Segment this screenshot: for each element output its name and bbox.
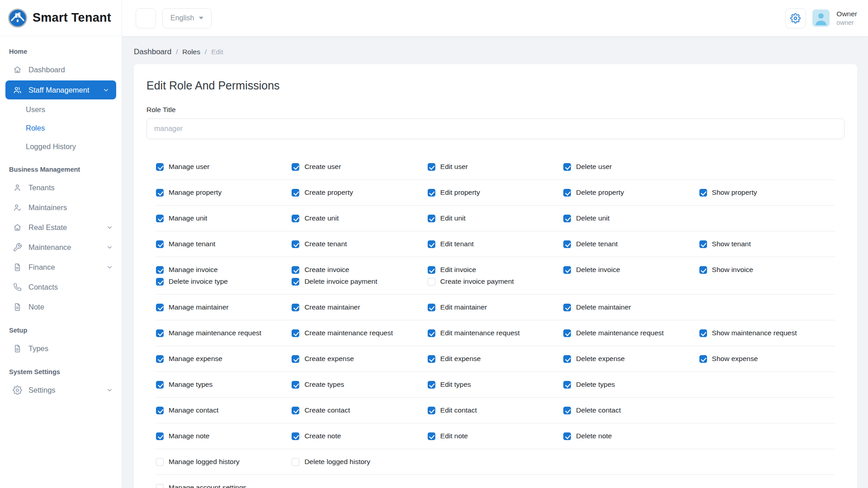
permission-delete-expense[interactable]: Delete expense: [563, 355, 699, 363]
permission-delete-invoice-type[interactable]: Delete invoice type: [156, 277, 292, 286]
checkbox-checked-icon[interactable]: [292, 215, 299, 222]
permission-delete-maintenance-request[interactable]: Delete maintenance request: [563, 329, 699, 337]
checkbox-unchecked-icon[interactable]: [156, 458, 164, 466]
permission-manage-invoice[interactable]: Manage invoice: [156, 266, 292, 274]
permission-show-expense[interactable]: Show expense: [699, 355, 835, 363]
permission-create-property[interactable]: Create property: [292, 188, 427, 197]
user-avatar[interactable]: [812, 9, 830, 27]
checkbox-checked-icon[interactable]: [428, 215, 435, 222]
permission-delete-user[interactable]: Delete user: [563, 163, 699, 171]
checkbox-checked-icon[interactable]: [292, 189, 299, 197]
checkbox-checked-icon[interactable]: [428, 266, 435, 274]
permission-delete-maintainer[interactable]: Delete maintainer: [563, 303, 699, 311]
checkbox-checked-icon[interactable]: [156, 266, 164, 274]
permission-show-maintenance-request[interactable]: Show maintenance request: [699, 329, 835, 337]
checkbox-checked-icon[interactable]: [428, 163, 435, 171]
checkbox-checked-icon[interactable]: [292, 432, 299, 440]
permission-manage-maintenance-request[interactable]: Manage maintenance request: [156, 329, 292, 337]
checkbox-checked-icon[interactable]: [699, 329, 707, 337]
permission-edit-note[interactable]: Edit note: [428, 432, 563, 440]
permission-manage-logged-history[interactable]: Manage logged history: [156, 458, 292, 466]
permission-manage-unit[interactable]: Manage unit: [156, 214, 292, 222]
checkbox-checked-icon[interactable]: [563, 381, 571, 389]
permission-delete-logged-history[interactable]: Delete logged history: [292, 458, 427, 466]
checkbox-checked-icon[interactable]: [563, 215, 571, 222]
sidebar-toggle-button[interactable]: [136, 8, 156, 28]
checkbox-checked-icon[interactable]: [563, 266, 571, 274]
checkbox-checked-icon[interactable]: [428, 432, 435, 440]
permission-create-maintenance-request[interactable]: Create maintenance request: [292, 329, 427, 337]
checkbox-unchecked-icon[interactable]: [156, 484, 164, 488]
checkbox-checked-icon[interactable]: [563, 189, 571, 197]
permission-edit-property[interactable]: Edit property: [428, 188, 563, 197]
checkbox-checked-icon[interactable]: [428, 304, 435, 311]
checkbox-checked-icon[interactable]: [156, 407, 164, 414]
checkbox-checked-icon[interactable]: [292, 278, 299, 286]
permission-delete-tenant[interactable]: Delete tenant: [563, 240, 699, 248]
sidebar-item-finance[interactable]: Finance: [0, 257, 122, 277]
checkbox-checked-icon[interactable]: [156, 189, 164, 197]
checkbox-checked-icon[interactable]: [156, 355, 164, 363]
checkbox-checked-icon[interactable]: [428, 240, 435, 248]
permission-create-user[interactable]: Create user: [292, 163, 427, 171]
checkbox-checked-icon[interactable]: [156, 432, 164, 440]
sidebar-subitem-users[interactable]: Users: [0, 100, 122, 119]
checkbox-checked-icon[interactable]: [428, 407, 435, 414]
permission-create-contact[interactable]: Create contact: [292, 406, 427, 414]
sidebar-item-dashboard[interactable]: Dashboard: [0, 60, 122, 80]
sidebar-item-maintenance[interactable]: Maintenance: [0, 237, 122, 257]
checkbox-checked-icon[interactable]: [156, 381, 164, 389]
permission-edit-maintenance-request[interactable]: Edit maintenance request: [428, 329, 563, 337]
user-menu[interactable]: Owner owner: [836, 9, 857, 27]
permission-manage-expense[interactable]: Manage expense: [156, 355, 292, 363]
permission-edit-user[interactable]: Edit user: [428, 163, 563, 171]
checkbox-checked-icon[interactable]: [699, 189, 707, 197]
permission-manage-contact[interactable]: Manage contact: [156, 406, 292, 414]
permission-edit-unit[interactable]: Edit unit: [428, 214, 563, 222]
sidebar-item-staff-management[interactable]: Staff Management: [5, 80, 116, 99]
permission-edit-contact[interactable]: Edit contact: [428, 406, 563, 414]
permission-delete-invoice[interactable]: Delete invoice: [563, 266, 699, 274]
checkbox-checked-icon[interactable]: [292, 266, 299, 274]
sidebar-item-note[interactable]: Note: [0, 297, 122, 317]
checkbox-checked-icon[interactable]: [292, 355, 299, 363]
breadcrumb-roles[interactable]: Roles: [182, 48, 200, 56]
permission-manage-types[interactable]: Manage types: [156, 380, 292, 389]
permission-create-types[interactable]: Create types: [292, 380, 427, 389]
permission-create-invoice[interactable]: Create invoice: [292, 266, 427, 274]
checkbox-checked-icon[interactable]: [292, 163, 299, 171]
permission-delete-note[interactable]: Delete note: [563, 432, 699, 440]
permission-create-tenant[interactable]: Create tenant: [292, 240, 427, 248]
permission-delete-unit[interactable]: Delete unit: [563, 214, 699, 222]
permission-manage-user[interactable]: Manage user: [156, 163, 292, 171]
permission-edit-maintainer[interactable]: Edit maintainer: [428, 303, 563, 311]
permission-delete-contact[interactable]: Delete contact: [563, 406, 699, 414]
checkbox-checked-icon[interactable]: [699, 266, 707, 274]
checkbox-checked-icon[interactable]: [156, 329, 164, 337]
checkbox-checked-icon[interactable]: [428, 189, 435, 197]
permission-manage-tenant[interactable]: Manage tenant: [156, 240, 292, 248]
permission-create-maintainer[interactable]: Create maintainer: [292, 303, 427, 311]
checkbox-checked-icon[interactable]: [428, 381, 435, 389]
breadcrumb-dashboard[interactable]: Dashboard: [134, 47, 171, 56]
permission-delete-property[interactable]: Delete property: [563, 188, 699, 197]
sidebar-item-tenants[interactable]: Tenants: [0, 178, 122, 197]
sidebar-item-real-estate[interactable]: Real Estate: [0, 217, 122, 237]
checkbox-checked-icon[interactable]: [156, 240, 164, 248]
permission-create-expense[interactable]: Create expense: [292, 355, 427, 363]
settings-button[interactable]: [785, 8, 806, 28]
sidebar-item-settings[interactable]: Settings: [0, 380, 122, 400]
checkbox-unchecked-icon[interactable]: [428, 278, 435, 286]
permission-show-invoice[interactable]: Show invoice: [699, 266, 835, 274]
role-title-input[interactable]: [146, 118, 844, 139]
checkbox-checked-icon[interactable]: [292, 381, 299, 389]
checkbox-checked-icon[interactable]: [699, 355, 707, 363]
language-dropdown[interactable]: English: [162, 8, 212, 28]
brand-logo[interactable]: Smart Tenant: [0, 0, 122, 36]
permission-show-tenant[interactable]: Show tenant: [699, 240, 835, 248]
checkbox-checked-icon[interactable]: [156, 278, 164, 286]
checkbox-checked-icon[interactable]: [156, 304, 164, 311]
permission-edit-tenant[interactable]: Edit tenant: [428, 240, 563, 248]
checkbox-checked-icon[interactable]: [563, 355, 571, 363]
checkbox-checked-icon[interactable]: [563, 240, 571, 248]
